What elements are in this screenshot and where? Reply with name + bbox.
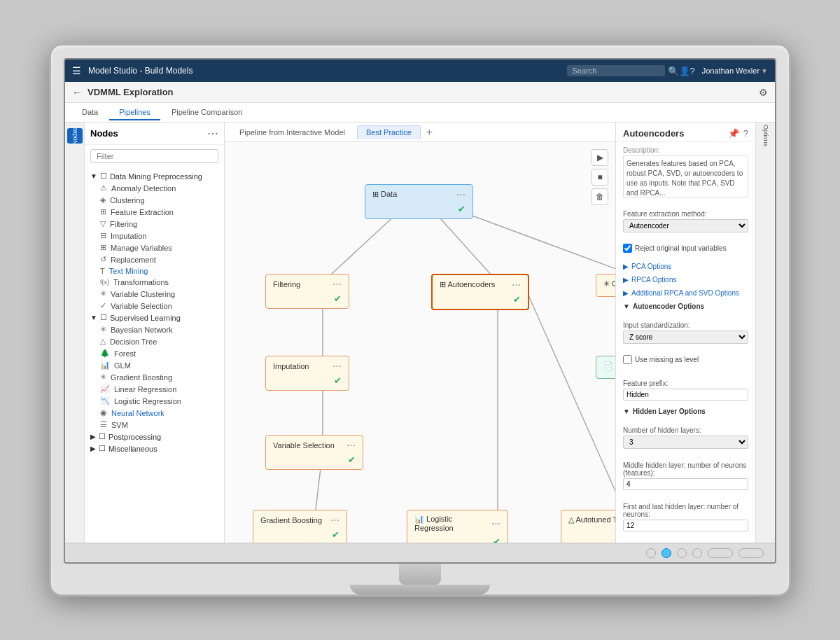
run-button[interactable]: ▶: [592, 149, 608, 166]
sub-bar: ← VDMML Exploration ⚙: [65, 82, 775, 103]
node-autoencoders-check: ✔: [440, 294, 521, 305]
node-bayesian-network[interactable]: ✳Bayesian Network: [85, 324, 224, 335]
group-postprocessing[interactable]: ▶ ☐ Postprocessing: [85, 431, 224, 443]
delete-button[interactable]: 🗑: [592, 188, 608, 205]
node-gradient-boosting-menu[interactable]: ⋯: [330, 515, 340, 525]
tab-pipelines[interactable]: Pipelines: [109, 105, 160, 120]
node-feature-extraction[interactable]: ⊞Feature Extraction: [85, 206, 224, 218]
pipeline-node-filtering[interactable]: Filtering ⋯ ✔: [265, 274, 349, 309]
back-button[interactable]: ←: [72, 87, 82, 98]
use-missing-row[interactable]: Use missing as level: [623, 355, 748, 364]
add-pipeline-button[interactable]: +: [424, 126, 435, 139]
node-variable-clustering[interactable]: ✳Variable Clustering: [85, 288, 224, 300]
node-linear-regression[interactable]: 📈Linear Regression: [85, 383, 224, 395]
help-icon[interactable]: ?: [690, 66, 695, 76]
use-missing-checkbox[interactable]: [623, 355, 632, 364]
project-title: VDMML Exploration: [88, 87, 753, 97]
node-glm[interactable]: 📊GLM: [85, 359, 224, 371]
num-hidden-layers-select[interactable]: 1 2 3 4 5: [623, 436, 748, 449]
nodes-filter-input[interactable]: [90, 149, 218, 163]
search-icon[interactable]: 🔍: [668, 66, 679, 76]
node-forest[interactable]: 🌲Forest: [85, 347, 224, 359]
node-imputation-menu[interactable]: ⋯: [332, 361, 342, 371]
search-input[interactable]: [567, 65, 665, 76]
node-autotuned-tree-title: △ Autotuned Tree: [568, 515, 615, 524]
hidden-layer-options-collapsible[interactable]: ▼ Hidden Layer Options: [616, 405, 755, 418]
pipeline-node-gradient-boosting[interactable]: Gradient Boosting ⋯ ✔: [253, 510, 347, 543]
node-data-menu[interactable]: ⋯: [456, 189, 465, 200]
nodes-more-icon[interactable]: ⋯: [207, 127, 218, 140]
stop-button[interactable]: ■: [592, 169, 608, 186]
reject-checkbox[interactable]: [623, 244, 632, 253]
node-variable-selection-menu[interactable]: ⋯: [346, 440, 356, 450]
pipeline-toolbar: ▶ ■ 🗑: [592, 149, 608, 205]
node-svm[interactable]: ☰SVM: [85, 419, 224, 431]
right-sidebar-options[interactable]: Options: [758, 128, 774, 144]
node-data-check: ✔: [372, 204, 465, 214]
nodes-panel: Nodes ⋯ ▼ ☐ Data Mining Preprocessing ⚠A…: [85, 123, 225, 543]
node-neural-network[interactable]: ◉Neural Network: [85, 407, 224, 419]
left-sidebar: Nodes: [65, 123, 85, 543]
node-autoencoders-menu[interactable]: ⋯: [512, 279, 521, 290]
feature-prefix-input[interactable]: [623, 389, 748, 401]
node-filtering[interactable]: ▽Filtering: [85, 218, 224, 230]
settings-icon[interactable]: ⚙: [759, 87, 768, 98]
reject-checkbox-row[interactable]: Reject original input variables: [623, 244, 748, 253]
middle-hidden-input[interactable]: [623, 478, 748, 490]
feature-extraction-label: Feature extraction method:: [623, 210, 748, 218]
top-bar: ☰ Model Studio - Build Models 🔍 👤 ? Jona…: [65, 60, 775, 82]
node-manage-variables[interactable]: ⊞Manage Variables: [85, 242, 224, 253]
pipeline-node-logistic-regression[interactable]: 📊 Logistic Regression ⋯ ✔: [407, 510, 508, 543]
group-supervised-learning[interactable]: ▼ ☐ Supervised Learning: [85, 312, 224, 324]
node-gradient-boosting-check: ✔: [260, 529, 340, 540]
group-data-mining[interactable]: ▼ ☐ Data Mining Preprocessing: [85, 170, 224, 182]
node-imputation[interactable]: ⊟Imputation: [85, 230, 224, 242]
autoencoder-options-collapsible[interactable]: ▼ Autoencoder Options: [616, 300, 755, 313]
indicator-pill-1: [708, 548, 733, 558]
node-text-mining[interactable]: TText Mining: [85, 265, 224, 277]
pipeline-node-data[interactable]: ⊞ Data ⋯ ✔: [365, 184, 473, 219]
user-name[interactable]: Jonathan Wexler: [702, 67, 760, 75]
node-decision-tree[interactable]: △Decision Tree: [85, 335, 224, 347]
pipeline-node-autotuned-tree[interactable]: △ Autotuned Tree ⋯ ✔: [561, 510, 615, 543]
indicator-dot-1: [646, 548, 656, 558]
tab-data[interactable]: Data: [72, 105, 108, 120]
user-icon[interactable]: 👤: [679, 66, 690, 76]
first-last-input[interactable]: [623, 520, 748, 531]
group-miscellaneous[interactable]: ▶ ☐ Miscellaneous: [85, 443, 224, 454]
node-transformations[interactable]: f(x)Transformations: [85, 277, 224, 288]
pca-options-collapsible[interactable]: ▶ PCA Options: [616, 260, 755, 273]
node-clustering[interactable]: ◈Clustering: [85, 194, 224, 206]
pipeline-node-variable-selection[interactable]: Variable Selection ⋯ ✔: [265, 435, 363, 470]
tab-pipeline-comparison[interactable]: Pipeline Comparison: [162, 105, 253, 120]
right-panel-pin-icon[interactable]: 📌: [728, 128, 739, 139]
node-filtering-menu[interactable]: ⋯: [332, 279, 342, 289]
sidebar-item-nodes[interactable]: Nodes: [67, 128, 83, 144]
pipeline-tab-interactive[interactable]: Pipeline from Interactive Model: [230, 125, 354, 139]
pipeline-node-autoencoders[interactable]: ⊞ Autoencoders ⋯ ✔: [431, 274, 529, 310]
input-std-select[interactable]: Z score None Range: [623, 331, 748, 344]
additional-rpca-collapsible[interactable]: ▶ Additional RPCA and SVD Options: [616, 286, 755, 300]
right-panel-help-icon[interactable]: ?: [743, 128, 748, 139]
input-std-label: Input standardization:: [623, 321, 748, 329]
node-logistic-regression-menu[interactable]: ⋯: [491, 518, 500, 529]
node-logistic-regression[interactable]: 📉Logistic Regression: [85, 395, 224, 407]
node-variable-selection-check: ✔: [273, 454, 356, 465]
node-anomaly-detection[interactable]: ⚠Anomaly Detection: [85, 182, 224, 194]
middle-hidden-label: Middle hidden layer: number of neurons (…: [623, 461, 748, 477]
feature-extraction-select[interactable]: Autoencoder PCA SVD RPCA: [623, 219, 748, 232]
pipeline-node-code[interactable]: 📄 Code ⋯: [596, 356, 615, 379]
pipeline-tab-best-practice[interactable]: Best Practice: [357, 125, 421, 139]
pipeline-node-clustering[interactable]: ✳ Clustering ⋯: [596, 274, 615, 297]
right-panel: Autoencoders 📌 ? Description: Generates …: [615, 123, 755, 543]
node-logistic-regression-check: ✔: [414, 536, 500, 543]
rpca-options-collapsible[interactable]: ▶ RPCA Options: [616, 273, 755, 286]
node-gradient-boosting[interactable]: ✳Gradient Boosting: [85, 371, 224, 383]
menu-icon[interactable]: ☰: [72, 65, 81, 76]
node-variable-selection[interactable]: ✓Variable Selection: [85, 300, 224, 312]
user-dropdown-icon[interactable]: ▼: [761, 67, 768, 75]
pipeline-node-imputation[interactable]: Imputation ⋯ ✔: [265, 356, 349, 391]
node-replacement[interactable]: ↺Replacement: [85, 253, 224, 265]
app-title: Model Studio - Build Models: [88, 66, 567, 76]
feature-prefix-label: Feature prefix:: [623, 380, 748, 387]
